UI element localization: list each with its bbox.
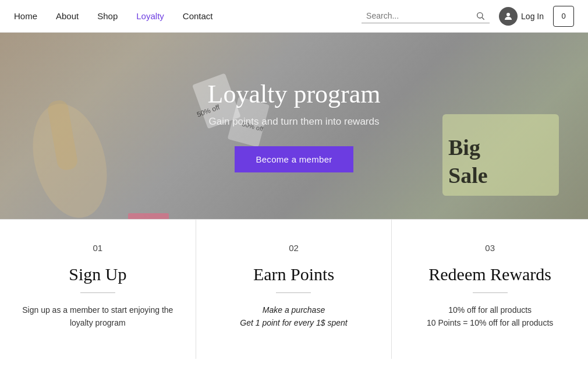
feature-card-signup: 01 Sign Up Sign up as a member to start … [0,220,196,359]
feature-title-3: Redeem Rewards [409,264,571,284]
nav-link-shop[interactable]: Shop [97,11,118,21]
search-input[interactable] [366,11,471,20]
feature-desc-2-line1: Make a purchase [263,305,325,315]
feature-title-2: Earn Points [214,264,374,284]
features-section: 01 Sign Up Sign up as a member to start … [0,219,588,359]
feature-desc-2: Make a purchase Get 1 point for every 1$… [214,304,374,330]
become-member-button[interactable]: Become a member [235,146,353,172]
svg-rect-9 [442,114,559,196]
nav-item-loyalty[interactable]: Loyalty [136,11,164,22]
login-area[interactable]: Log In [499,7,544,26]
nav-item-shop[interactable]: Shop [97,11,118,22]
person-icon [503,11,513,22]
svg-rect-12 [128,213,169,219]
nav-item-home[interactable]: Home [14,11,37,22]
feature-number-1: 01 [17,243,178,253]
svg-point-0 [477,13,483,18]
svg-line-1 [482,17,484,20]
avatar [499,7,518,26]
search-icon [476,11,485,20]
nav-links: Home About Shop Loyalty Contact [14,11,362,22]
nav-right: Log In 0 [362,6,574,27]
search-bar[interactable] [362,9,490,23]
feature-divider-2 [276,292,311,293]
svg-point-2 [506,13,510,16]
feature-desc-3: 10% off for all products 10 Points = 10%… [409,304,571,330]
navigation: Home About Shop Loyalty Contact [0,0,588,33]
feature-title-1: Sign Up [17,264,178,284]
hero-subtitle: Gain points and turn them into rewards [209,116,380,128]
feature-number-3: 03 [409,243,571,253]
feature-desc-3-line1: 10% off for all products [448,305,532,315]
nav-link-about[interactable]: About [56,11,79,21]
feature-card-earn: 02 Earn Points Make a purchase Get 1 poi… [196,220,392,359]
svg-rect-4 [47,99,79,171]
svg-point-3 [21,96,119,219]
hero-title: Loyalty program [208,79,381,109]
hero-section: 50% off 50% off Big Sale Loyalty program… [0,33,588,219]
feature-divider-1 [80,292,115,293]
nav-link-loyalty[interactable]: Loyalty [136,11,164,21]
nav-link-contact[interactable]: Contact [183,11,213,21]
nav-item-contact[interactable]: Contact [183,11,213,22]
login-label[interactable]: Log In [521,12,544,21]
feature-desc-2-line2: Get 1 point for every 1$ spent [240,318,347,327]
svg-text:Big: Big [448,135,480,160]
feature-divider-3 [473,292,508,293]
feature-desc-1: Sign up as a member to start enjoying th… [17,304,178,330]
nav-item-about[interactable]: About [56,11,79,22]
cart-count: 0 [561,12,565,20]
nav-link-home[interactable]: Home [14,11,37,21]
svg-text:Sale: Sale [448,163,488,188]
cart-button[interactable]: 0 [553,6,574,27]
feature-desc-3-line2: 10 Points = 10% off for all products [427,318,553,327]
feature-card-redeem: 03 Redeem Rewards 10% off for all produc… [392,220,588,359]
feature-number-2: 02 [214,243,374,253]
